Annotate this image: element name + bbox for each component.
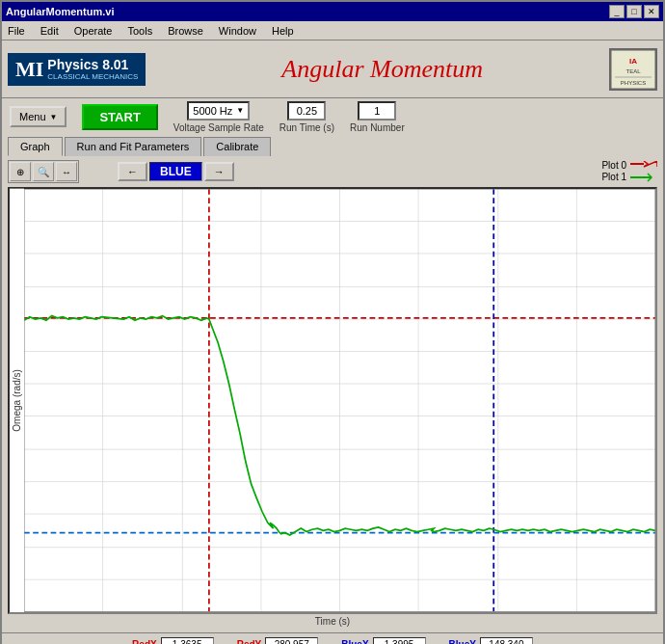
legend-area: Plot 0 Plot 1	[601, 160, 657, 182]
blue-x-value: 1.3995	[373, 637, 426, 644]
legend-plot0-label: Plot 0	[601, 160, 626, 171]
minimize-button[interactable]: _	[609, 5, 625, 18]
logo-physics: Physics 8.01	[47, 57, 138, 72]
app-title: Angular Momentum	[155, 55, 609, 84]
menu-browse[interactable]: Browse	[166, 25, 205, 37]
legend-plot1-label: Plot 1	[601, 172, 626, 182]
red-y-item: RedY 280.957	[237, 637, 319, 644]
tab-calibrate[interactable]: Calibrate	[203, 137, 271, 156]
tab-graph[interactable]: Graph	[8, 137, 63, 156]
red-x-item: RedX 1.3635	[132, 637, 214, 644]
run-number-label: Run Number	[350, 122, 405, 133]
logo-mi: MI	[15, 57, 43, 82]
blue-y-item: BlueY 148.340	[449, 637, 533, 644]
controls-section: Menu ▼ START 5000 Hz ▼ Voltage Sample Ra…	[2, 98, 663, 135]
menu-tools[interactable]: Tools	[125, 25, 154, 37]
red-x-label: RedX	[132, 639, 157, 644]
nav-label: BLUE	[149, 162, 202, 181]
chart-wrapper: Omega (rad/s)	[8, 187, 657, 614]
menu-window[interactable]: Window	[217, 25, 258, 37]
menu-help[interactable]: Help	[270, 25, 296, 37]
blue-x-item: BlueX 1.3995	[341, 637, 425, 644]
zoom-tool[interactable]: 🔍	[33, 162, 54, 181]
logo-area: MI Physics 8.01 CLASSICAL MECHANICS	[8, 53, 146, 86]
graph-container: ⊕ 🔍 ↔ ← BLUE → Plot 0 Plot 1	[2, 156, 663, 632]
red-y-value: 280.957	[265, 637, 318, 644]
window-title: AngularMomentum.vi	[6, 6, 114, 17]
hz-select[interactable]: 5000 Hz ▼	[187, 101, 250, 121]
maximize-button[interactable]: □	[626, 5, 642, 18]
menu-bar: File Edit Operate Tools Browse Window He…	[2, 21, 663, 40]
chart-svg: 360.0 340.0 320.0 300.0 280.0 260.0 240.…	[24, 189, 655, 612]
nav-left-button[interactable]: ←	[118, 162, 147, 181]
run-time-control: 0.25 Run Time (s)	[279, 101, 334, 133]
logo-text: Physics 8.01 CLASSICAL MECHANICS	[47, 57, 138, 81]
institution-logo: IA TEAL PHYSICS	[609, 48, 657, 91]
run-time-value[interactable]: 0.25	[287, 101, 326, 121]
chart-area[interactable]: 360.0 340.0 320.0 300.0 280.0 260.0 240.…	[24, 189, 655, 612]
blue-y-label: BlueY	[449, 639, 476, 644]
pan-tool[interactable]: ↔	[56, 162, 77, 181]
nav-right-button[interactable]: →	[204, 162, 234, 181]
menu-edit[interactable]: Edit	[39, 25, 61, 37]
svg-text:IA: IA	[629, 57, 637, 66]
graph-tools: ⊕ 🔍 ↔	[8, 160, 79, 183]
nav-controls: ← BLUE →	[118, 162, 234, 181]
hz-dropdown-icon: ▼	[236, 106, 244, 115]
graph-toolbar: ⊕ 🔍 ↔ ← BLUE → Plot 0 Plot 1	[8, 160, 657, 183]
menu-file[interactable]: File	[6, 25, 27, 37]
blue-x-label: BlueX	[341, 639, 368, 644]
close-button[interactable]: ✕	[644, 5, 659, 18]
run-time-label: Run Time (s)	[279, 122, 334, 133]
header-section: MI Physics 8.01 CLASSICAL MECHANICS Angu…	[2, 40, 663, 98]
run-number-value[interactable]: 1	[358, 101, 396, 121]
legend-plot1-line-icon	[630, 173, 657, 182]
legend-plot1: Plot 1	[601, 172, 657, 182]
start-button[interactable]: START	[82, 104, 157, 130]
red-y-label: RedY	[237, 639, 262, 644]
menu-button[interactable]: Menu ▼	[10, 106, 66, 127]
dropdown-arrow-icon: ▼	[50, 113, 58, 121]
red-x-value: 1.3635	[161, 637, 214, 644]
y-axis-label: Omega (rad/s)	[10, 189, 24, 612]
hz-control: 5000 Hz ▼ Voltage Sample Rate	[173, 101, 264, 133]
run-number-control: 1 Run Number	[350, 101, 405, 133]
legend-plot0: Plot 0	[601, 160, 657, 171]
logo-classical: CLASSICAL MECHANICS	[47, 72, 138, 81]
x-axis-label: Time (s)	[8, 614, 657, 629]
svg-text:PHYSICS: PHYSICS	[621, 80, 646, 86]
menu-operate[interactable]: Operate	[72, 25, 115, 37]
tab-run-fit[interactable]: Run and Fit Parameters	[65, 137, 202, 156]
svg-text:TEAL: TEAL	[625, 68, 641, 74]
title-bar: AngularMomentum.vi _ □ ✕	[2, 2, 663, 21]
status-bar: RedX 1.3635 RedY 280.957 BlueX 1.3995 Bl…	[2, 632, 663, 644]
main-window: AngularMomentum.vi _ □ ✕ File Edit Opera…	[0, 0, 665, 644]
hz-label: Voltage Sample Rate	[173, 122, 264, 133]
window-controls: _ □ ✕	[609, 5, 659, 18]
blue-y-value: 148.340	[480, 637, 533, 644]
legend-plot0-line-icon	[630, 161, 657, 171]
crosshair-tool[interactable]: ⊕	[10, 162, 31, 181]
tabs-section: Graph Run and Fit Parameters Calibrate	[2, 135, 663, 156]
